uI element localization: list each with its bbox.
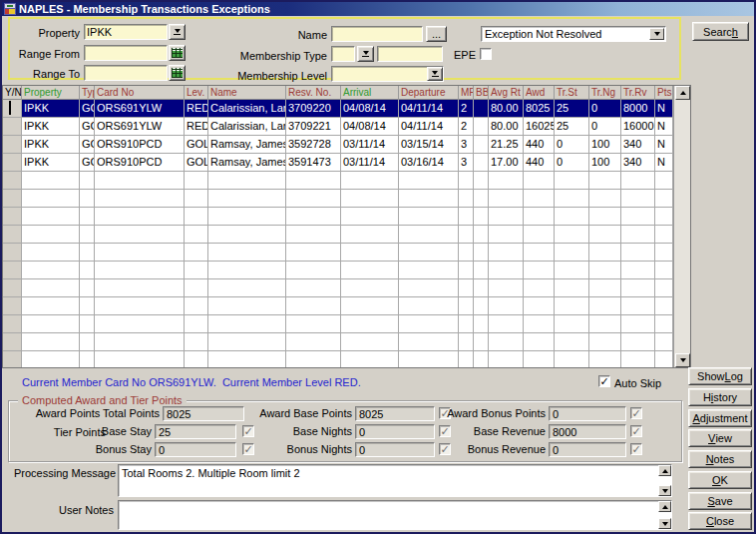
grid-cell[interactable]: 3: [459, 154, 474, 172]
grid-cell[interactable]: [185, 262, 208, 279]
grid-cell[interactable]: [621, 244, 655, 262]
grid-cell[interactable]: [555, 262, 589, 279]
grid-cell[interactable]: [524, 190, 555, 208]
grid-cell[interactable]: GC: [80, 136, 95, 154]
exception-filter-select[interactable]: Exception Not Resolved: [481, 26, 666, 42]
processing-message-scroll-up-button[interactable]: [658, 465, 671, 476]
bonus-revenue-checkbox[interactable]: ✓: [630, 443, 642, 455]
grid-cell[interactable]: [22, 244, 80, 262]
grid-cell[interactable]: [399, 244, 459, 262]
grid-cell[interactable]: [524, 262, 555, 279]
grid-cell[interactable]: GOLD: [185, 154, 208, 172]
search-button[interactable]: Search: [692, 22, 749, 41]
grid-cell[interactable]: [95, 226, 185, 244]
grid-cell[interactable]: [185, 297, 208, 315]
grid-cell[interactable]: GC: [80, 118, 95, 136]
grid-cell[interactable]: 25: [555, 118, 589, 136]
grid-cell[interactable]: [555, 172, 589, 190]
grid-cell[interactable]: [22, 190, 80, 208]
grid-cell[interactable]: [655, 279, 673, 297]
award-bonus-points-checkbox[interactable]: ✓: [630, 407, 642, 419]
grid-cell[interactable]: [589, 279, 621, 297]
grid-cell[interactable]: [459, 333, 474, 351]
grid-cell[interactable]: [208, 226, 286, 244]
grid-cell[interactable]: [341, 351, 399, 368]
grid-cell[interactable]: [185, 172, 208, 190]
grid-cell[interactable]: GC: [80, 100, 95, 118]
row-selector-cell[interactable]: [3, 333, 22, 351]
grid-cell[interactable]: [185, 208, 208, 226]
grid-cell[interactable]: N: [655, 100, 673, 118]
range-to-calendar-button[interactable]: [169, 65, 186, 81]
grid-cell[interactable]: [489, 226, 524, 244]
row-selector-cell[interactable]: [3, 136, 22, 154]
grid-cell[interactable]: [95, 351, 185, 368]
grid-cell[interactable]: [655, 262, 673, 279]
grid-cell[interactable]: [621, 208, 655, 226]
grid-cell[interactable]: [80, 333, 95, 351]
grid-cell[interactable]: 04/08/14: [341, 118, 399, 136]
grid-cell[interactable]: [22, 315, 80, 333]
processing-message-textarea[interactable]: Total Rooms 2. Multiple Room limit 2: [118, 464, 672, 497]
grid-cell[interactable]: [95, 279, 185, 297]
table-row[interactable]: IPKKGCORS910PCDGOLDRamsay, James35914730…: [3, 154, 690, 172]
grid-cell[interactable]: [621, 333, 655, 351]
grid-cell[interactable]: [399, 297, 459, 315]
grid-cell[interactable]: 80.00: [489, 100, 524, 118]
auto-skip-checkbox[interactable]: ✓: [598, 375, 610, 387]
grid-cell[interactable]: 03/16/14: [399, 154, 459, 172]
grid-cell[interactable]: [489, 262, 524, 279]
grid-cell[interactable]: [22, 297, 80, 315]
grid-cell[interactable]: [459, 279, 474, 297]
grid-cell[interactable]: [22, 279, 80, 297]
grid-cell[interactable]: [185, 333, 208, 351]
grid-cell[interactable]: 16000: [621, 118, 655, 136]
grid-cell[interactable]: [22, 333, 80, 351]
grid-cell[interactable]: [80, 226, 95, 244]
grid-cell[interactable]: 0: [589, 100, 621, 118]
grid-cell[interactable]: [589, 226, 621, 244]
row-selector-cell[interactable]: [3, 297, 22, 315]
processing-message-scroll-down-button[interactable]: [658, 485, 671, 496]
grid-cell[interactable]: [399, 190, 459, 208]
grid-cell[interactable]: [474, 118, 489, 136]
grid-cell[interactable]: [621, 262, 655, 279]
membership-type-input[interactable]: [377, 46, 443, 62]
grid-cell[interactable]: [621, 279, 655, 297]
table-row[interactable]: [3, 315, 690, 333]
grid-cell[interactable]: ORS691YLW: [95, 100, 185, 118]
grid-cell[interactable]: [621, 297, 655, 315]
membership-level-lov-button[interactable]: [427, 67, 443, 81]
grid-cell[interactable]: 25: [555, 100, 589, 118]
grid-cell[interactable]: [22, 262, 80, 279]
grid-cell[interactable]: 3591473: [286, 154, 341, 172]
grid-cell[interactable]: [474, 351, 489, 368]
grid-cell[interactable]: [474, 100, 489, 118]
show-log-button[interactable]: Show Log: [688, 367, 752, 385]
grid-cell[interactable]: [208, 244, 286, 262]
grid-cell[interactable]: 16025: [524, 118, 555, 136]
epe-checkbox[interactable]: [480, 48, 492, 60]
grid-cell[interactable]: [621, 190, 655, 208]
grid-cell[interactable]: [341, 315, 399, 333]
grid-cell[interactable]: RED: [185, 100, 208, 118]
grid-cell[interactable]: GOLD: [185, 136, 208, 154]
grid-cell[interactable]: [474, 136, 489, 154]
grid-cell[interactable]: [399, 333, 459, 351]
grid-cell[interactable]: [399, 208, 459, 226]
title-bar[interactable]: NAPLES - Membership Transactions Excepti…: [2, 2, 754, 16]
grid-cell[interactable]: [474, 333, 489, 351]
grid-cell[interactable]: [655, 351, 673, 368]
grid-cell[interactable]: [399, 351, 459, 368]
grid-cell[interactable]: [524, 172, 555, 190]
grid-cell[interactable]: Ramsay, James: [208, 154, 286, 172]
grid-cell[interactable]: 340: [621, 136, 655, 154]
base-revenue-checkbox[interactable]: ✓: [630, 425, 642, 437]
grid-cell[interactable]: [589, 297, 621, 315]
grid-cell[interactable]: 04/11/14: [399, 118, 459, 136]
table-row[interactable]: [3, 333, 690, 351]
row-selector-cell[interactable]: [3, 351, 22, 368]
grid-cell[interactable]: [555, 279, 589, 297]
grid-cell[interactable]: [555, 315, 589, 333]
table-row[interactable]: [3, 262, 690, 279]
